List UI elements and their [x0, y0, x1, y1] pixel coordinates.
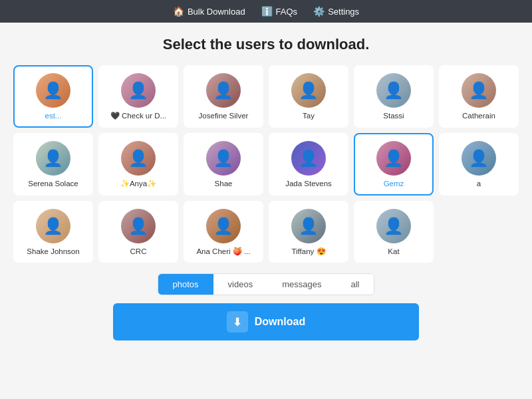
user-card[interactable]: 👤Gemz	[354, 133, 434, 196]
user-avatar: 👤	[462, 73, 496, 108]
user-card[interactable]: 👤Ana Cheri 🍑 ...	[184, 201, 263, 263]
user-avatar: 👤	[376, 209, 411, 243]
user-card[interactable]: 👤Tay	[269, 65, 348, 128]
user-card[interactable]: 👤a	[439, 133, 519, 196]
tab-videos[interactable]: videos	[213, 274, 268, 295]
user-name: Shake Johnson	[27, 247, 79, 257]
faqs-icon: ℹ️	[261, 6, 273, 17]
user-avatar: 👤	[376, 141, 411, 176]
user-card[interactable]: 👤✨Anya✨	[98, 133, 178, 196]
user-name: 🖤 Check ur D...	[110, 112, 166, 121]
user-card[interactable]: 👤Tiffany 😍	[269, 201, 348, 263]
user-card[interactable]: 👤Stassi	[354, 65, 434, 128]
user-name: CRC	[130, 247, 147, 257]
user-name: Ana Cheri 🍑 ...	[196, 247, 250, 257]
user-name: Josefine Silver	[199, 112, 249, 121]
user-name: Catherain	[462, 112, 495, 121]
user-name: est...	[45, 112, 62, 121]
nav-item-bulk-download[interactable]: 🏠Bulk Download	[173, 6, 245, 17]
top-navigation: 🏠Bulk Downloadℹ️FAQs⚙️Settings	[0, 0, 532, 23]
user-name: Tay	[303, 112, 315, 121]
bulk-download-icon: 🏠	[173, 6, 184, 17]
user-card[interactable]: 👤est...	[13, 65, 93, 128]
download-icon: ⬇	[227, 311, 248, 332]
user-avatar: 👤	[121, 209, 156, 243]
settings-icon: ⚙️	[313, 6, 325, 17]
faqs-label: FAQs	[276, 7, 298, 17]
user-avatar: 👤	[206, 141, 241, 176]
user-card[interactable]: 👤Josefine Silver	[184, 65, 263, 128]
user-name: Stassi	[383, 112, 404, 121]
user-name: Kat	[388, 247, 399, 257]
page-title: Select the users to download.	[163, 36, 370, 53]
user-card[interactable]: 👤Shae	[184, 133, 263, 196]
user-card[interactable]: 👤Jada Stevens	[269, 133, 348, 196]
user-avatar: 👤	[462, 141, 496, 176]
user-card[interactable]: 👤Shake Johnson	[13, 201, 93, 263]
user-card[interactable]: 👤Serena Solace	[13, 133, 93, 196]
user-avatar: 👤	[36, 141, 70, 176]
user-avatar: 👤	[36, 209, 70, 243]
user-avatar: 👤	[376, 73, 411, 108]
tab-photos[interactable]: photos	[158, 274, 213, 295]
user-name: ✨Anya✨	[120, 180, 156, 189]
user-card[interactable]: 👤Catherain	[439, 65, 519, 128]
user-name: Serena Solace	[28, 180, 78, 189]
user-name: Tiffany 😍	[291, 247, 325, 257]
user-avatar: 👤	[291, 73, 326, 108]
download-button-label: Download	[255, 316, 305, 328]
tab-bar: photosvideosmessagesall	[158, 273, 375, 295]
tab-messages[interactable]: messages	[267, 274, 336, 295]
bulk-download-label: Bulk Download	[188, 7, 245, 17]
user-avatar: 👤	[291, 209, 326, 243]
settings-label: Settings	[328, 7, 359, 17]
nav-item-faqs[interactable]: ℹ️FAQs	[261, 6, 298, 17]
user-avatar: 👤	[206, 209, 241, 243]
user-avatar: 👤	[36, 73, 70, 108]
nav-item-settings[interactable]: ⚙️Settings	[313, 6, 359, 17]
tab-all[interactable]: all	[336, 274, 374, 295]
user-card[interactable]: 👤Kat	[354, 201, 434, 263]
user-card[interactable]: 👤🖤 Check ur D...	[98, 65, 178, 128]
user-card[interactable]: 👤CRC	[98, 201, 178, 263]
user-avatar: 👤	[206, 73, 241, 108]
user-name: Shae	[215, 180, 233, 189]
user-avatar: 👤	[121, 141, 156, 176]
main-content: Select the users to download. 👤est...👤🖤 …	[0, 23, 532, 347]
user-name: a	[477, 180, 481, 189]
user-avatar: 👤	[291, 141, 326, 176]
user-grid: 👤est...👤🖤 Check ur D...👤Josefine Silver👤…	[13, 65, 519, 263]
download-button[interactable]: ⬇ Download	[113, 303, 419, 340]
user-name: Jada Stevens	[285, 180, 332, 189]
user-avatar: 👤	[121, 73, 156, 108]
user-name: Gemz	[384, 180, 404, 189]
